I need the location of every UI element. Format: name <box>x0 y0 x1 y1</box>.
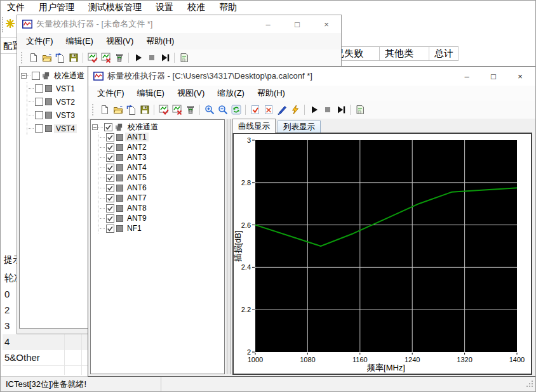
tree-item[interactable]: NF1 <box>100 223 223 233</box>
splitter-handle[interactable] <box>227 119 231 374</box>
menu-item-3[interactable]: 缩放(Z) <box>211 86 251 101</box>
tree-item[interactable]: VST3 <box>29 108 86 122</box>
column-header-other[interactable]: 其他类 <box>380 47 429 60</box>
tree-item-label: ANT7 <box>125 193 149 202</box>
checkbox[interactable] <box>106 194 114 202</box>
close-button[interactable]: × <box>312 15 341 33</box>
checkbox[interactable] <box>106 184 114 192</box>
tab-config[interactable]: 配置 <box>1 37 17 54</box>
tree-root[interactable]: 校准通道 <box>21 69 86 82</box>
menu-item-3[interactable]: 帮助(H) <box>140 33 180 49</box>
resize-grip[interactable] <box>526 380 533 389</box>
maximize-button[interactable]: □ <box>283 15 312 33</box>
stop-icon[interactable] <box>145 51 158 65</box>
menu-item-2[interactable]: 测试模板管理 <box>81 1 149 15</box>
check-doc-icon[interactable] <box>248 103 262 117</box>
maximize-button[interactable]: □ <box>480 67 507 86</box>
checkbox[interactable] <box>35 111 43 119</box>
new-file-icon[interactable] <box>27 51 40 65</box>
menu-item-1[interactable]: 用户管理 <box>32 1 81 15</box>
tree-item[interactable]: ANT3 <box>100 152 223 162</box>
checkbox[interactable] <box>106 174 114 182</box>
new-file-icon[interactable] <box>98 103 111 117</box>
chart-delete-icon[interactable] <box>170 103 184 117</box>
menu-item-3[interactable]: 设置 <box>149 1 180 15</box>
tree-item[interactable]: VST4 <box>29 122 86 135</box>
toolbar-grip[interactable] <box>92 104 95 115</box>
checkbox[interactable] <box>106 164 114 172</box>
tree-item[interactable]: ANT7 <box>100 193 223 203</box>
refresh-icon[interactable] <box>229 103 243 117</box>
tree-item[interactable]: ANT1 <box>100 132 223 142</box>
zoom-in-icon[interactable] <box>203 103 216 117</box>
checkbox[interactable] <box>106 133 114 141</box>
menu-item-1[interactable]: 编辑(E) <box>131 86 171 101</box>
main-toolbar-grip[interactable] <box>2 17 4 32</box>
table-row[interactable]: 4 <box>4 334 81 350</box>
minimize-button[interactable]: – <box>253 15 283 33</box>
pen-icon[interactable] <box>275 103 288 117</box>
tree-item[interactable]: ANT5 <box>100 173 223 183</box>
run-icon[interactable] <box>307 103 321 117</box>
checkbox[interactable] <box>106 214 114 223</box>
tree-item[interactable]: ANT2 <box>100 142 223 152</box>
run-icon[interactable] <box>131 51 145 65</box>
minimize-button[interactable]: – <box>453 67 480 86</box>
tree-root[interactable]: 校准通道 <box>92 122 223 132</box>
tree-item[interactable]: ANT6 <box>100 183 223 193</box>
tree-item[interactable]: ANT9 <box>100 213 223 223</box>
trash-icon[interactable] <box>112 51 126 65</box>
checkbox[interactable] <box>106 143 114 152</box>
checkbox[interactable] <box>104 123 112 131</box>
column-header-total[interactable]: 总计 <box>429 47 459 60</box>
step-icon[interactable] <box>334 103 347 117</box>
tree-item-label: ANT6 <box>125 183 149 192</box>
checkbox[interactable] <box>106 204 114 212</box>
window2-titlebar[interactable]: 标量校准执行器 - [C:\Users\34317\Desktop\pa.cal… <box>88 67 536 86</box>
menu-item-2[interactable]: 视图(V) <box>171 86 211 101</box>
table-row[interactable]: 5&Other <box>4 350 81 365</box>
checkbox[interactable] <box>106 225 114 233</box>
expander-minus-icon[interactable] <box>21 73 27 79</box>
stop-icon[interactable] <box>321 103 334 117</box>
checkbox[interactable] <box>35 124 43 133</box>
open-file-icon[interactable] <box>111 103 124 117</box>
menu-item-4[interactable]: 校准 <box>180 1 212 15</box>
menu-item-5[interactable]: 帮助 <box>212 1 244 15</box>
menu-item-4[interactable]: 帮助(H) <box>251 86 291 101</box>
chart-delete-icon[interactable] <box>99 51 112 65</box>
cross-doc-icon[interactable] <box>262 103 275 117</box>
open-file-icon[interactable] <box>40 51 53 65</box>
tab-0[interactable]: 曲线显示 <box>232 119 276 133</box>
import-file-icon[interactable] <box>53 51 67 65</box>
checkbox[interactable] <box>32 72 40 80</box>
save-icon[interactable] <box>67 51 80 65</box>
chart-accept-icon[interactable] <box>157 103 170 117</box>
save-icon[interactable] <box>138 103 151 117</box>
window1-titlebar[interactable]: 矢量校准执行器 - [未命名文件 *] – □ × <box>17 15 341 33</box>
tree-item[interactable]: ANT8 <box>100 203 223 213</box>
menu-item-1[interactable]: 编辑(E) <box>60 33 100 49</box>
lightning-icon[interactable] <box>288 103 302 117</box>
zoom-out-icon[interactable] <box>216 103 229 117</box>
checkbox[interactable] <box>35 98 43 106</box>
menu-item-0[interactable]: 文件(F) <box>20 33 60 49</box>
menu-item-0[interactable]: 文件 <box>1 1 32 15</box>
tree-item[interactable]: VST2 <box>29 95 86 108</box>
report-icon[interactable] <box>353 103 366 117</box>
checkbox[interactable] <box>35 84 43 93</box>
menu-item-0[interactable]: 文件(F) <box>91 86 131 101</box>
tab-1[interactable]: 列表显示 <box>278 121 321 133</box>
checkbox[interactable] <box>106 154 114 162</box>
step-icon[interactable] <box>158 51 171 65</box>
tree-item[interactable]: VST1 <box>29 82 86 95</box>
menu-item-2[interactable]: 视图(V) <box>100 33 140 49</box>
toolbar-grip[interactable] <box>21 52 24 63</box>
close-button[interactable]: × <box>507 67 533 86</box>
chart-accept-icon[interactable] <box>86 51 99 65</box>
tree-item[interactable]: ANT4 <box>100 162 223 173</box>
import-file-icon[interactable] <box>124 103 138 117</box>
report-icon[interactable] <box>177 51 191 65</box>
expander-minus-icon[interactable] <box>92 124 98 130</box>
trash-icon[interactable] <box>184 103 197 117</box>
